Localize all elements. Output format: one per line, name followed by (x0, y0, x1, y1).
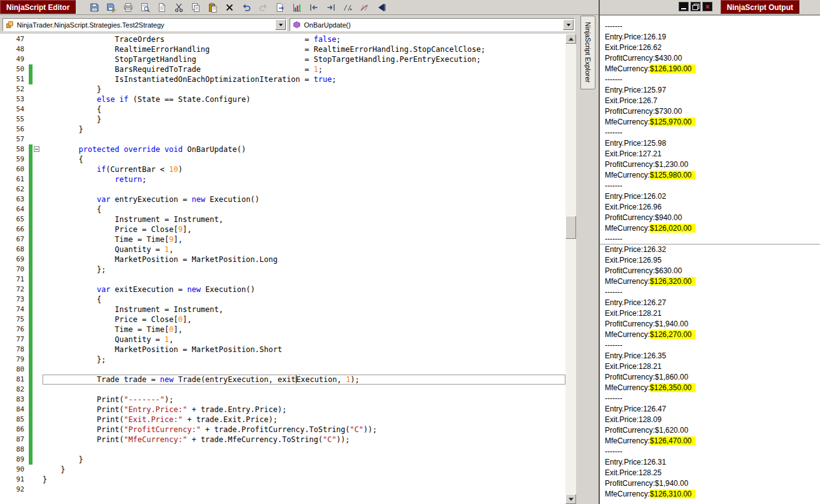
code-line[interactable]: 61 return; (0, 174, 565, 184)
code-line[interactable]: 82 (0, 385, 565, 395)
shift-right-button[interactable] (324, 1, 338, 14)
code-line[interactable]: 74 Instrument = Instrument, (0, 305, 565, 315)
editor-window-title[interactable]: NinjaScript Editor (0, 0, 76, 14)
code-line[interactable]: 90 } (0, 465, 565, 475)
code-line[interactable]: 85 Print("Exit.Price:" + trade.Exit.Pric… (0, 415, 565, 425)
method-selector-dropdown-arrow[interactable] (563, 19, 574, 30)
output-window-title[interactable]: NinjaScript Output (721, 0, 799, 14)
code-line[interactable]: 92 (0, 485, 565, 495)
code-line[interactable]: 52 } (0, 84, 565, 94)
method-icon (293, 21, 301, 29)
code-line[interactable]: 55 } (0, 114, 565, 124)
code-line[interactable]: 80 (0, 365, 565, 375)
line-number: 83 (0, 395, 29, 405)
output-line: Exit.Price:127.21 (605, 149, 820, 159)
comment-button[interactable] (341, 1, 355, 14)
code-line[interactable]: 91} (0, 475, 565, 485)
code-line[interactable]: 50 BarsRequiredToTrade = 1; (0, 64, 565, 74)
fold-gutter (33, 94, 43, 104)
line-number: 59 (0, 154, 29, 164)
code-line[interactable]: 62 (0, 184, 565, 194)
code-editor[interactable]: 47 TraceOrders = false;48 RealtimeErrorH… (0, 34, 565, 504)
code-line[interactable]: 69 MarketPosition = MarketPosition.Long (0, 255, 565, 265)
analyzer-button[interactable] (290, 1, 304, 14)
code-line[interactable]: 56 } (0, 124, 565, 134)
collapse-region-icon[interactable] (34, 146, 39, 152)
print-button[interactable] (121, 1, 135, 14)
highlighted-value: $125,980.00 (650, 171, 696, 179)
fold-gutter (33, 154, 43, 164)
close-button[interactable]: × (702, 2, 712, 11)
code-text: } (43, 475, 565, 485)
output-text-area[interactable]: -------Entry.Price:126.19Exit.Price:126.… (600, 15, 820, 504)
print-preview-button[interactable] (138, 1, 152, 14)
code-line[interactable]: 76 Time = Time[0], (0, 325, 565, 335)
code-line[interactable]: 78 MarketPosition = MarketPosition.Short (0, 345, 565, 355)
fold-gutter (33, 415, 43, 425)
output-line: Exit.Price:126.62 (605, 43, 820, 53)
code-line[interactable]: 49 StopTargetHandling = StopTargetHandli… (0, 54, 565, 64)
restore-button[interactable] (691, 2, 701, 11)
code-line[interactable]: 57 (0, 134, 565, 144)
scrollbar-up-arrow-icon[interactable] (565, 34, 576, 44)
goto-button[interactable] (273, 1, 287, 14)
code-line[interactable]: 77 Quantity = 1, (0, 335, 565, 345)
cut-button[interactable] (172, 1, 186, 14)
scrollbar-thumb[interactable] (565, 216, 576, 239)
code-line[interactable]: 47 TraceOrders = false; (0, 34, 565, 44)
code-line[interactable]: 72 var exitExecution = new Execution() (0, 285, 565, 295)
code-line[interactable]: 75 Price = Close[0], (0, 315, 565, 325)
highlighted-value: $126,190.00 (650, 64, 696, 73)
code-line[interactable]: 53 else if (State == State.Configure) (0, 94, 565, 104)
code-line[interactable]: 54 { (0, 104, 565, 114)
code-line[interactable]: 79 }; (0, 355, 565, 365)
minimize-button[interactable] (679, 2, 689, 11)
code-line[interactable]: 70 }; (0, 265, 565, 275)
code-line[interactable]: 87 Print("MfeCurrency:" + trade.MfeCurre… (0, 435, 565, 445)
code-line[interactable]: 71 (0, 275, 565, 285)
save-as-button[interactable] (104, 1, 118, 14)
page-setup-button[interactable] (155, 1, 169, 14)
line-number: 91 (0, 475, 29, 485)
undo-button[interactable] (240, 1, 253, 14)
code-line[interactable]: 66 Price = Close[9], (0, 224, 565, 234)
code-line[interactable]: 63 var entryExecution = new Execution() (0, 194, 565, 204)
shift-left-button[interactable] (307, 1, 321, 14)
code-line[interactable]: 81 Trade trade = new Trade(entryExecutio… (0, 375, 565, 385)
fold-gutter (33, 144, 43, 154)
code-line[interactable]: 83 Print("-------"); (0, 395, 565, 405)
code-line[interactable]: 58 protected override void OnBarUpdate() (0, 144, 565, 154)
save-button[interactable] (88, 1, 101, 14)
method-selector-combobox[interactable]: OnBarUpdate() (290, 18, 575, 31)
code-line[interactable]: 60 if(CurrentBar < 10) (0, 164, 565, 174)
ninjascript-explorer-tab[interactable]: NinjaScript Explorer (580, 16, 595, 89)
code-line[interactable]: 64 { (0, 204, 565, 214)
fold-gutter (33, 224, 43, 234)
code-line[interactable]: 86 Print("ProfitCurrency:" + trade.Profi… (0, 425, 565, 435)
class-selector-combobox[interactable]: NinjaTrader.NinjaScript.Strategies.Test2… (3, 18, 287, 31)
copy-button[interactable] (189, 1, 203, 14)
code-line[interactable]: 51 IsInstantiatedOnEachOptimizationItera… (0, 74, 565, 84)
fold-gutter (33, 455, 43, 465)
delete-button[interactable] (223, 1, 236, 14)
code-line[interactable]: 89 } (0, 455, 565, 465)
compile-button[interactable] (375, 1, 388, 14)
code-line[interactable]: 84 Print("Entry.Price:" + trade.Entry.Pr… (0, 405, 565, 415)
uncomment-button[interactable] (358, 1, 372, 14)
scrollbar-down-arrow-icon[interactable] (565, 494, 576, 504)
code-line[interactable]: 67 Time = Time[9], (0, 234, 565, 244)
code-text: protected override void OnBarUpdate() (43, 144, 565, 154)
code-line[interactable]: 88 (0, 445, 565, 455)
class-selector-dropdown-arrow[interactable] (275, 19, 286, 30)
redo-button[interactable] (256, 1, 270, 14)
output-line: Entry.Price:126.31 (605, 457, 820, 468)
code-line[interactable]: 48 RealtimeErrorHandling = RealtimeError… (0, 44, 565, 54)
code-line[interactable]: 59 { (0, 154, 565, 164)
paste-button[interactable] (206, 1, 220, 14)
code-line[interactable]: 73 { (0, 295, 565, 305)
restore-icon (692, 4, 699, 10)
editor-vertical-scrollbar[interactable] (565, 34, 576, 504)
fold-gutter (33, 124, 43, 134)
code-line[interactable]: 68 Quantity = 1, (0, 244, 565, 255)
code-line[interactable]: 65 Instrument = Instrument, (0, 214, 565, 224)
